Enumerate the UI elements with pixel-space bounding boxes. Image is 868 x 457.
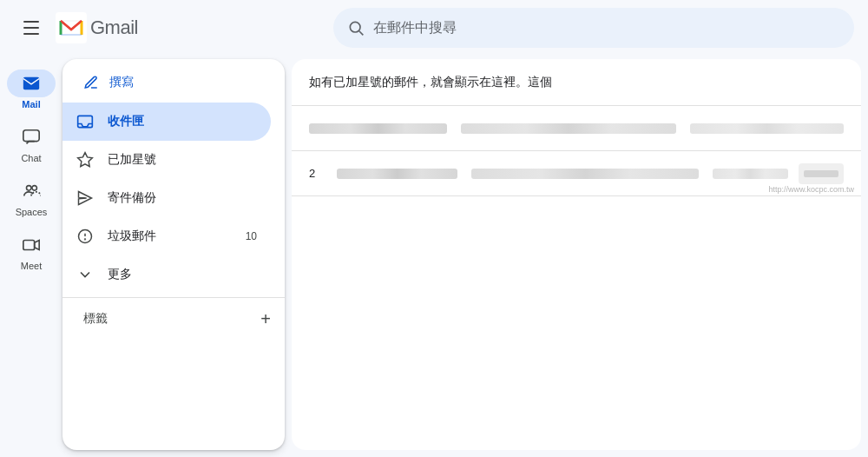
content-area: 如有已加星號的郵件，就會顯示在這裡。這個 2 http://www.ko: [292, 59, 861, 450]
gmail-logo-text: Gmail: [90, 17, 138, 39]
svg-rect-8: [78, 116, 93, 127]
inbox-icon: [76, 113, 97, 130]
nav-starred-label: 已加星號: [108, 152, 257, 168]
compose-label: 撰寫: [109, 75, 134, 90]
labels-title: 標籤: [83, 311, 260, 327]
search-bar[interactable]: 在郵件中搜尋: [333, 8, 854, 48]
chevron-down-icon: [76, 266, 97, 283]
search-placeholder: 在郵件中搜尋: [373, 19, 457, 37]
nav-item-more[interactable]: 更多: [62, 255, 271, 294]
send-icon: [76, 189, 97, 207]
sidebar-icons: Mail Chat Spaces: [0, 56, 62, 457]
nav-item-inbox[interactable]: 收件匣: [62, 103, 271, 141]
header: Gmail 在郵件中搜尋: [0, 0, 868, 56]
nav-panel: 撰寫 收件匣 已加星號: [62, 59, 285, 450]
hamburger-button[interactable]: [14, 10, 49, 45]
logo-area: Gmail: [56, 12, 138, 43]
labels-row: 標籤 +: [62, 301, 285, 336]
gmail-logo-icon: [56, 12, 87, 43]
sidebar-item-chat[interactable]: Chat: [0, 116, 62, 170]
star-icon: [76, 151, 97, 169]
svg-rect-4: [23, 130, 39, 142]
watermark-text: http://www.kocpc.com.tw: [768, 185, 854, 194]
add-label-button[interactable]: +: [260, 309, 271, 329]
sidebar-item-meet-label: Meet: [21, 261, 42, 271]
sidebar-item-meet[interactable]: Meet: [0, 224, 62, 278]
nav-spam-label: 垃圾郵件: [108, 228, 235, 244]
sidebar-item-spaces-label: Spaces: [16, 207, 48, 217]
email-list-row-1[interactable]: [292, 106, 861, 151]
spam-icon: [76, 228, 97, 245]
svg-point-13: [85, 239, 86, 240]
email-list-row-2[interactable]: 2 http://www.kocpc.com.tw: [292, 151, 861, 196]
nav-item-spam[interactable]: 垃圾郵件 10: [62, 217, 271, 255]
nav-more-label: 更多: [108, 267, 257, 282]
svg-marker-10: [79, 192, 92, 205]
svg-point-5: [27, 186, 32, 191]
sidebar-item-mail-label: Mail: [22, 99, 40, 109]
pencil-icon: [83, 75, 99, 90]
sidebar-item-spaces[interactable]: Spaces: [0, 170, 62, 224]
svg-line-2: [359, 31, 364, 36]
nav-spam-badge: 10: [246, 230, 257, 242]
nav-inbox-label: 收件匣: [108, 114, 257, 129]
sidebar-item-mail[interactable]: Mail: [0, 63, 62, 116]
nav-item-starred[interactable]: 已加星號: [62, 141, 271, 179]
starred-info-text: 如有已加星號的郵件，就會顯示在這裡。這個: [309, 75, 552, 89]
nav-divider: [62, 297, 285, 298]
compose-button[interactable]: 撰寫: [62, 66, 285, 99]
svg-point-6: [32, 186, 36, 191]
svg-marker-9: [78, 153, 93, 167]
starred-info-row: 如有已加星號的郵件，就會顯示在這裡。這個: [292, 59, 861, 106]
nav-item-sent[interactable]: 寄件備份: [62, 179, 271, 217]
svg-rect-7: [23, 241, 35, 250]
search-icon: [347, 19, 365, 36]
sidebar-item-chat-label: Chat: [21, 153, 41, 163]
svg-point-1: [350, 22, 360, 32]
main-area: Mail Chat Spaces: [0, 56, 868, 457]
svg-rect-3: [23, 77, 39, 90]
email-row-number: 2: [309, 167, 326, 180]
nav-sent-label: 寄件備份: [108, 190, 257, 206]
